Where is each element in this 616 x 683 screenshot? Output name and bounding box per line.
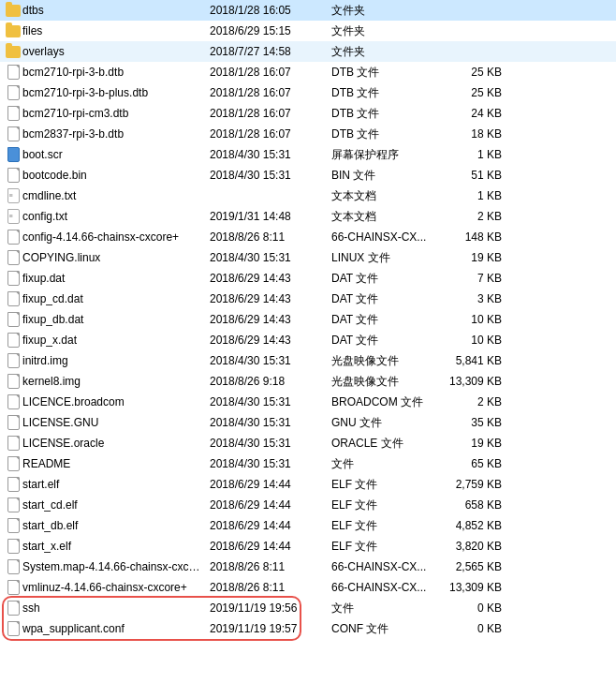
list-item[interactable]: initrd.img2018/4/30 15:31光盘映像文件5,841 KB	[0, 350, 616, 371]
file-type: 光盘映像文件	[331, 374, 434, 390]
file-type: ELF 文件	[331, 539, 434, 555]
file-type: DTB 文件	[331, 85, 434, 101]
folder-icon	[4, 46, 22, 58]
file-type: BIN 文件	[331, 168, 434, 184]
list-item[interactable]: config-4.14.66-chainsx-cxcore+2018/8/26 …	[0, 227, 616, 247]
file-date: 2018/6/29 14:44	[210, 540, 331, 553]
list-item[interactable]: fixup_cd.dat2018/6/29 14:43DAT 文件3 KB	[0, 289, 616, 309]
file-date: 2018/6/29 14:44	[210, 478, 331, 491]
file-date: 2018/4/30 15:31	[210, 354, 331, 367]
list-item[interactable]: cmdline.txt文本文档1 KB	[0, 186, 616, 206]
list-item[interactable]: LICENSE.oracle2018/4/30 15:31ORACLE 文件19…	[0, 433, 616, 453]
file-date: 2019/1/31 14:48	[210, 210, 331, 223]
file-date: 2018/1/28 16:07	[210, 107, 331, 120]
file-name: fixup_x.dat	[22, 334, 210, 347]
file-date: 2018/6/29 14:43	[210, 313, 331, 326]
list-item[interactable]: files2018/6/29 15:15文件夹	[0, 21, 616, 41]
file-type: 文件	[331, 601, 434, 616]
file-size: 2,759 KB	[434, 478, 509, 491]
file-icon	[4, 85, 22, 100]
file-size: 19 KB	[434, 437, 509, 450]
file-size: 4,852 KB	[434, 519, 509, 532]
file-date: 2018/6/29 15:15	[210, 24, 331, 37]
file-type: BROADCOM 文件	[331, 394, 434, 410]
list-item[interactable]: bcm2837-rpi-3-b.dtb2018/1/28 16:07DTB 文件…	[0, 124, 616, 144]
list-item[interactable]: fixup_x.dat2018/6/29 14:43DAT 文件10 KB	[0, 330, 616, 350]
file-type: 文件夹	[331, 23, 434, 39]
list-item[interactable]: LICENSE.GNU2018/4/30 15:31GNU 文件35 KB	[0, 412, 616, 433]
file-size: 2 KB	[434, 210, 509, 223]
file-size: 51 KB	[434, 169, 509, 182]
file-size: 65 KB	[434, 457, 509, 470]
file-name: ssh	[22, 601, 210, 615]
file-type: 66-CHAINSX-CX...	[331, 230, 434, 244]
list-item[interactable]: overlays2018/7/27 14:58文件夹	[0, 41, 616, 62]
file-date: 2018/4/30 15:31	[210, 395, 331, 408]
file-icon	[4, 456, 22, 471]
list-item[interactable]: bcm2710-rpi-3-b-plus.dtb2018/1/28 16:07D…	[0, 82, 616, 103]
file-icon	[4, 168, 22, 183]
file-type: 屏幕保护程序	[331, 147, 434, 163]
list-item[interactable]: System.map-4.14.66-chainsx-cxcore+2018/8…	[0, 557, 616, 577]
list-item[interactable]: bcm2710-rpi-cm3.dtb2018/1/28 16:07DTB 文件…	[0, 103, 616, 124]
file-name: files	[22, 24, 210, 37]
list-item[interactable]: start_cd.elf2018/6/29 14:44ELF 文件658 KB	[0, 495, 616, 515]
file-name: bcm2710-rpi-3-b-plus.dtb	[22, 86, 210, 99]
file-date: 2018/6/29 14:43	[210, 334, 331, 347]
file-size: 2 KB	[434, 395, 509, 408]
folder-icon	[4, 25, 22, 37]
list-item[interactable]: bcm2710-rpi-3-b.dtb2018/1/28 16:07DTB 文件…	[0, 62, 616, 82]
file-name: fixup_cd.dat	[22, 292, 210, 305]
list-item[interactable]: kernel8.img2018/8/26 9:18光盘映像文件13,309 KB	[0, 371, 616, 392]
file-type: ELF 文件	[331, 477, 434, 493]
file-name: System.map-4.14.66-chainsx-cxcore+	[22, 560, 210, 573]
list-item[interactable]: dtbs2018/1/28 16:05文件夹	[0, 0, 616, 21]
file-date: 2018/7/27 14:58	[210, 45, 331, 58]
file-size: 7 KB	[434, 272, 509, 285]
file-name: cmdline.txt	[22, 189, 210, 202]
file-name: bcm2710-rpi-3-b.dtb	[22, 66, 210, 79]
file-name: LICENSE.GNU	[22, 416, 210, 429]
file-date: 2018/8/26 8:11	[210, 560, 331, 573]
file-name: LICENCE.broadcom	[22, 395, 210, 408]
list-item[interactable]: config.txt2019/1/31 14:48文本文档2 KB	[0, 206, 616, 227]
file-date: 2018/4/30 15:31	[210, 457, 331, 470]
file-date: 2018/1/28 16:05	[210, 4, 331, 17]
list-item[interactable]: boot.scr2018/4/30 15:31屏幕保护程序1 KB	[0, 144, 616, 165]
file-icon	[4, 147, 22, 162]
file-date: 2018/6/29 14:43	[210, 272, 331, 285]
file-size: 1 KB	[434, 148, 509, 161]
file-type: LINUX 文件	[331, 250, 434, 266]
list-item[interactable]: bootcode.bin2018/4/30 15:31BIN 文件51 KB	[0, 165, 616, 186]
file-icon	[4, 188, 22, 203]
file-type: DAT 文件	[331, 271, 434, 287]
file-size: 24 KB	[434, 107, 509, 120]
file-date: 2018/8/26 8:11	[210, 230, 331, 244]
list-item[interactable]: wpa_supplicant.conf2019/11/19 19:57CONF …	[0, 618, 616, 639]
file-name: initrd.img	[22, 354, 210, 367]
list-item[interactable]: start_x.elf2018/6/29 14:44ELF 文件3,820 KB	[0, 536, 616, 557]
list-item[interactable]: COPYING.linux2018/4/30 15:31LINUX 文件19 K…	[0, 247, 616, 268]
list-item[interactable]: LICENCE.broadcom2018/4/30 15:31BROADCOM …	[0, 392, 616, 412]
list-item[interactable]: fixup.dat2018/6/29 14:43DAT 文件7 KB	[0, 268, 616, 289]
file-icon	[4, 497, 22, 512]
list-item[interactable]: start_db.elf2018/6/29 14:44ELF 文件4,852 K…	[0, 515, 616, 536]
list-item[interactable]: fixup_db.dat2018/6/29 14:43DAT 文件10 KB	[0, 309, 616, 330]
file-size: 25 KB	[434, 86, 509, 99]
list-item[interactable]: README2018/4/30 15:31文件65 KB	[0, 453, 616, 474]
file-list-container: dtbs2018/1/28 16:05文件夹files2018/6/29 15:…	[0, 0, 616, 639]
file-icon	[4, 436, 22, 451]
list-item[interactable]: vmlinuz-4.14.66-chainsx-cxcore+2018/8/26…	[0, 577, 616, 598]
file-size: 13,309 KB	[434, 375, 509, 388]
list-item[interactable]: ssh2019/11/19 19:56文件0 KB	[0, 598, 616, 618]
file-name: start_db.elf	[22, 519, 210, 532]
file-name: boot.scr	[22, 148, 210, 161]
file-icon	[4, 580, 22, 595]
list-item[interactable]: start.elf2018/6/29 14:44ELF 文件2,759 KB	[0, 474, 616, 495]
file-date: 2018/6/29 14:44	[210, 498, 331, 512]
file-size: 2,565 KB	[434, 560, 509, 573]
file-type: DTB 文件	[331, 126, 434, 142]
file-name: fixup_db.dat	[22, 313, 210, 326]
file-icon	[4, 601, 22, 616]
file-type: GNU 文件	[331, 415, 434, 431]
